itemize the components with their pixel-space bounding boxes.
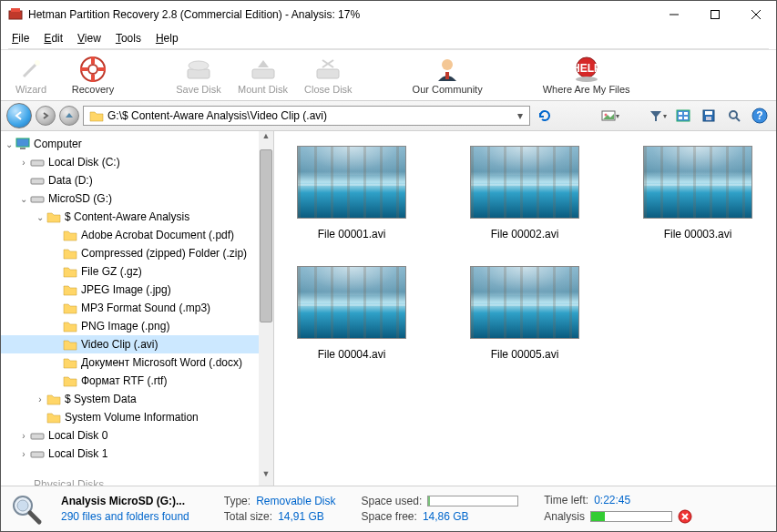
svg-line-6 (24, 64, 36, 77)
app-icon (8, 7, 23, 22)
svg-rect-10 (91, 56, 95, 64)
tree-png[interactable]: PNG Image (.png) (1, 317, 259, 335)
video-thumbnail (470, 146, 579, 219)
status-analysis-title: Analysis MicroSD (G:)... (61, 495, 189, 507)
tree-content-aware[interactable]: ⌄$ Content-Aware Analysis (1, 208, 259, 226)
refresh-button[interactable] (534, 105, 556, 127)
tree-rtf[interactable]: Формат RTF (.rtf) (1, 372, 259, 390)
address-field[interactable]: ▾ (83, 106, 530, 126)
folder-icon (63, 246, 77, 261)
svg-rect-27 (677, 110, 690, 121)
window-title: Hetman Partition Recovery 2.8 (Commercia… (28, 8, 653, 21)
svg-text:?: ? (756, 109, 762, 122)
svg-rect-3 (711, 11, 719, 19)
file-item[interactable]: File 00002.avi (456, 146, 593, 240)
folder-icon (46, 392, 61, 406)
drive-icon (30, 191, 45, 206)
filter-button[interactable]: ▾ (647, 105, 669, 127)
file-item[interactable]: File 00003.avi (629, 146, 766, 240)
address-dropdown[interactable]: ▾ (513, 109, 527, 122)
svg-rect-43 (31, 197, 44, 202)
tree-scrollbar[interactable]: ▲ ▼ (259, 131, 273, 486)
analysis-progress-bar (590, 511, 672, 522)
close-disk-button[interactable]: Close Disk (304, 56, 353, 95)
save-button[interactable] (698, 105, 720, 127)
view-thumbs-button[interactable] (672, 105, 694, 127)
svg-rect-21 (445, 72, 449, 79)
svg-rect-30 (679, 117, 682, 119)
svg-point-20 (442, 59, 453, 70)
where-files-button[interactable]: HELP Where Are My Files (543, 56, 630, 95)
tree-sysdata[interactable]: ›$ System Data (1, 390, 259, 408)
folder-icon (46, 410, 61, 425)
help-button[interactable]: ? (749, 105, 771, 127)
file-item[interactable]: File 00004.avi (283, 266, 420, 361)
video-thumbnail (470, 266, 579, 339)
svg-point-24 (576, 77, 598, 82)
cancel-analysis-button[interactable] (678, 509, 692, 524)
folder-icon (89, 108, 104, 123)
tree-jpeg[interactable]: JPEG Image (.jpg) (1, 281, 259, 299)
tree-physical-disks[interactable]: ⌄Physical Disks (1, 476, 259, 486)
tree-docx[interactable]: Документ Microsoft Word (.docx) (1, 353, 259, 372)
tree-svi[interactable]: System Volume Information (1, 408, 259, 426)
tree-local-disk-1[interactable]: ›Local Disk 1 (1, 445, 259, 463)
tree-microsd[interactable]: ⌄MicroSD (G:) (1, 189, 259, 208)
svg-text:HELP: HELP (573, 62, 600, 75)
tree-gz[interactable]: File GZ (.gz) (1, 262, 259, 281)
disk-mount-icon (250, 56, 277, 83)
video-thumbnail (297, 146, 406, 219)
main-area: ⌄Computer ›Local Disk (C:) Data (D:) ⌄Mi… (1, 131, 776, 486)
search-button[interactable] (723, 105, 745, 127)
svg-rect-13 (98, 67, 106, 71)
menu-edit[interactable]: Edit (38, 30, 68, 46)
folder-icon (63, 282, 77, 297)
tree-local-disk-0[interactable]: ›Local Disk 0 (1, 426, 259, 445)
menu-help[interactable]: Help (150, 30, 184, 46)
disk-close-icon (314, 56, 342, 83)
svg-rect-17 (317, 69, 339, 78)
close-button[interactable] (735, 1, 776, 28)
folder-tree[interactable]: ⌄Computer ›Local Disk (C:) Data (D:) ⌄Mi… (1, 131, 259, 486)
minimize-button[interactable] (653, 1, 694, 28)
svg-rect-45 (31, 452, 44, 457)
file-item[interactable]: File 00001.avi (283, 146, 420, 240)
community-button[interactable]: Our Community (413, 56, 483, 95)
up-button[interactable] (59, 106, 79, 126)
menu-tools[interactable]: Tools (110, 30, 147, 46)
status-files-found: 290 files and folders found (61, 510, 189, 523)
tree-zip[interactable]: Compressed (zipped) Folder (.zip) (1, 244, 259, 262)
view-image-button[interactable]: ▾ (599, 105, 621, 127)
tree-data-d[interactable]: Data (D:) (1, 171, 259, 189)
tree-mp3[interactable]: MP3 Format Sound (.mp3) (1, 299, 259, 317)
recovery-button[interactable]: Recovery (70, 56, 116, 95)
svg-rect-11 (91, 75, 95, 82)
menu-file[interactable]: File (6, 30, 35, 46)
address-input[interactable] (107, 109, 513, 122)
svg-line-36 (736, 118, 740, 121)
mount-disk-button[interactable]: Mount Disk (238, 56, 288, 95)
svg-rect-29 (684, 112, 688, 115)
computer-icon (15, 137, 30, 151)
wizard-button[interactable]: Wizard (8, 56, 54, 95)
titlebar: Hetman Partition Recovery 2.8 (Commercia… (1, 1, 776, 28)
tree-pdf[interactable]: Adobe Acrobat Document (.pdf) (1, 226, 259, 244)
back-button[interactable] (6, 103, 32, 128)
help-button-icon: HELP (573, 56, 600, 83)
folder-icon (63, 373, 77, 388)
file-item[interactable]: File 00005.avi (456, 266, 593, 361)
toolbar: Wizard Recovery Save Disk Mount Disk Clo… (1, 49, 776, 100)
file-view[interactable]: File 00001.avi File 00002.avi File 00003… (274, 131, 776, 486)
tree-root-computer[interactable]: ⌄Computer (1, 135, 259, 153)
menu-view[interactable]: View (72, 30, 107, 46)
svg-rect-42 (31, 179, 44, 184)
maximize-button[interactable] (694, 1, 735, 28)
svg-rect-40 (20, 148, 26, 149)
magnifier-icon (8, 491, 45, 527)
tree-local-c[interactable]: ›Local Disk (C:) (1, 153, 259, 171)
svg-point-47 (17, 500, 28, 511)
tree-avi[interactable]: Video Clip (.avi) (1, 335, 259, 353)
forward-button[interactable] (36, 106, 56, 126)
drive-icon (30, 428, 45, 443)
save-disk-button[interactable]: Save Disk (176, 56, 221, 95)
